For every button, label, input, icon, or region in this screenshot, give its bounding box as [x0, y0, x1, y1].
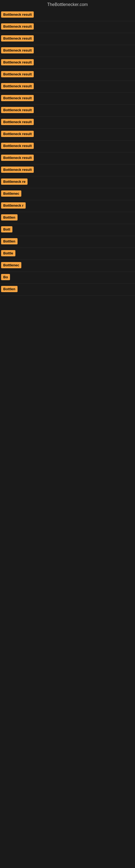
- result-row-18: Bottlen: [0, 212, 135, 224]
- bottleneck-badge-2[interactable]: Bottleneck result: [1, 23, 34, 30]
- result-row-1: Bottleneck result: [0, 9, 135, 21]
- result-row-13: Bottleneck result: [0, 152, 135, 164]
- bottleneck-badge-20[interactable]: Bottlen: [1, 238, 17, 244]
- result-row-10: Bottleneck result: [0, 117, 135, 129]
- bottleneck-badge-15[interactable]: Bottleneck re: [1, 179, 28, 185]
- result-row-23: Bo: [0, 272, 135, 284]
- bottleneck-badge-18[interactable]: Bottlen: [1, 214, 17, 220]
- bottleneck-badge-11[interactable]: Bottleneck result: [1, 131, 34, 137]
- bottleneck-badge-10[interactable]: Bottleneck result: [1, 119, 34, 125]
- bottleneck-badge-23[interactable]: Bo: [1, 274, 10, 280]
- result-row-17: Bottleneck r: [0, 200, 135, 212]
- bottleneck-badge-13[interactable]: Bottleneck result: [1, 155, 34, 161]
- bottleneck-badge-1[interactable]: Bottleneck result: [1, 11, 34, 18]
- result-row-19: Bott: [0, 224, 135, 236]
- bottleneck-badge-22[interactable]: Bottlenec: [1, 262, 21, 268]
- result-row-11: Bottleneck result: [0, 129, 135, 141]
- result-row-21: Bottle: [0, 248, 135, 260]
- bottleneck-badge-19[interactable]: Bott: [1, 226, 12, 232]
- bottleneck-badge-14[interactable]: Bottleneck result: [1, 166, 34, 173]
- result-row-8: Bottleneck result: [0, 93, 135, 105]
- result-row-22: Bottlenec: [0, 260, 135, 272]
- result-row-15: Bottleneck re: [0, 176, 135, 188]
- bottleneck-badge-8[interactable]: Bottleneck result: [1, 95, 34, 101]
- bottleneck-badge-9[interactable]: Bottleneck result: [1, 107, 34, 113]
- bottleneck-badge-4[interactable]: Bottleneck result: [1, 47, 34, 54]
- result-row-16: Bottlenec: [0, 188, 135, 200]
- bottleneck-badge-12[interactable]: Bottleneck result: [1, 143, 34, 149]
- bottleneck-badge-6[interactable]: Bottleneck result: [1, 71, 34, 77]
- result-row-12: Bottleneck result: [0, 141, 135, 152]
- result-row-5: Bottleneck result: [0, 57, 135, 69]
- bottleneck-badge-21[interactable]: Bottle: [1, 250, 15, 256]
- result-row-3: Bottleneck result: [0, 33, 135, 45]
- site-title: TheBottlenecker.com: [0, 0, 135, 9]
- results-container: Bottleneck resultBottleneck resultBottle…: [0, 9, 135, 296]
- bottleneck-badge-17[interactable]: Bottleneck r: [1, 203, 26, 209]
- result-row-20: Bottlen: [0, 236, 135, 248]
- bottleneck-badge-24[interactable]: Bottlen: [1, 286, 17, 292]
- bottleneck-badge-7[interactable]: Bottleneck result: [1, 83, 34, 89]
- result-row-9: Bottleneck result: [0, 105, 135, 117]
- bottleneck-badge-3[interactable]: Bottleneck result: [1, 35, 34, 41]
- bottleneck-badge-5[interactable]: Bottleneck result: [1, 59, 34, 65]
- result-row-2: Bottleneck result: [0, 21, 135, 33]
- result-row-7: Bottleneck result: [0, 81, 135, 93]
- result-row-6: Bottleneck result: [0, 69, 135, 81]
- result-row-4: Bottleneck result: [0, 45, 135, 57]
- result-row-14: Bottleneck result: [0, 164, 135, 176]
- result-row-24: Bottlen: [0, 284, 135, 296]
- bottleneck-badge-16[interactable]: Bottlenec: [1, 190, 21, 197]
